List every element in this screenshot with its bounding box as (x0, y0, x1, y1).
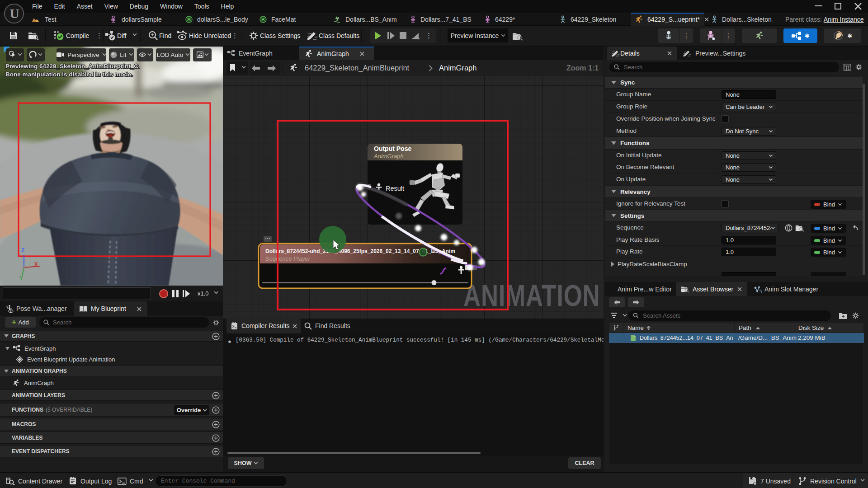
svg-text:X: X (34, 261, 38, 267)
svg-text:Output Pose: Output Pose (374, 145, 411, 152)
svg-text:Previewing 64229_Skeleton_Anim: Previewing 64229_Skeleton_AnimBlueprint_… (5, 63, 140, 70)
svg-text:Sequence Player: Sequence Player (265, 255, 311, 262)
svg-text:Result: Result (386, 185, 404, 192)
svg-text:AnimGraph: AnimGraph (373, 153, 404, 160)
svg-text:Y: Y (19, 275, 23, 282)
svg-text:Bone manipulation is disabled: Bone manipulation is disabled in this mo… (5, 71, 133, 78)
svg-text:✱: ✱ (712, 37, 715, 41)
svg-text:Z: Z (21, 247, 24, 253)
